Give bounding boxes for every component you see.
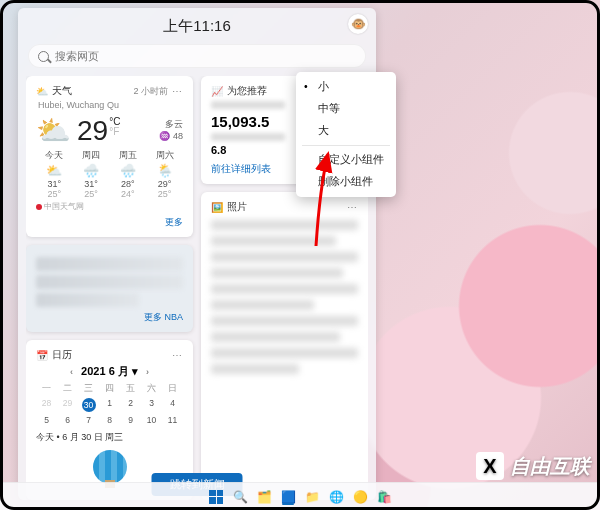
weather-widget[interactable]: ⛅ 天气 2 小时前 ⋯ Hubei, Wuchang Qu ⛅ 29 °C°F…: [26, 76, 193, 237]
chrome-icon[interactable]: 🟡: [351, 488, 369, 506]
search-icon: [38, 51, 49, 62]
search-input[interactable]: 搜索网页: [28, 44, 366, 68]
weather-more-link[interactable]: 更多: [36, 216, 183, 229]
calendar-today-line: 今天 • 6 月 30 日 周三: [36, 431, 183, 444]
prev-month-button[interactable]: ‹: [70, 367, 73, 377]
weather-forecast: 今天⛅31°25°周四🌧️31°25°周五🌧️28°24°周六🌦️29°25°: [36, 149, 183, 199]
context-customize[interactable]: 自定义小组件: [296, 149, 396, 171]
weather-provider: 中国天气网: [36, 201, 183, 212]
finance-title: 为您推荐: [227, 84, 267, 98]
user-avatar[interactable]: 🐵: [348, 14, 368, 34]
start-button[interactable]: [207, 488, 225, 506]
task-view-icon[interactable]: 🗂️: [255, 488, 273, 506]
calendar-more-icon[interactable]: ⋯: [172, 350, 183, 361]
context-size-option[interactable]: 中等: [296, 98, 396, 120]
forecast-day: 周五🌧️28°24°: [110, 149, 147, 199]
photos-icon: 🖼️: [211, 202, 223, 213]
sports-widget[interactable]: 更多 NBA: [26, 245, 193, 332]
forecast-day: 周六🌦️29°25°: [146, 149, 183, 199]
finance-icon: 📈: [211, 86, 223, 97]
edge-icon[interactable]: 🌐: [327, 488, 345, 506]
weather-more-icon[interactable]: ⋯: [172, 86, 183, 97]
weather-location: Hubei, Wuchang Qu: [38, 100, 183, 110]
widget-context-menu: 小中等大 自定义小组件 删除小组件: [296, 72, 396, 197]
weather-title: 天气: [52, 84, 72, 98]
taskbar-search-icon[interactable]: 🔍: [231, 488, 249, 506]
context-size-option[interactable]: 小: [296, 76, 396, 98]
taskbar: 🔍 🗂️ 🟦 📁 🌐 🟡 🛍️: [0, 482, 600, 510]
next-month-button[interactable]: ›: [146, 367, 149, 377]
calendar-icon: 📅: [36, 350, 48, 361]
context-remove-widget[interactable]: 删除小组件: [296, 171, 396, 193]
forecast-day: 周四🌧️31°25°: [73, 149, 110, 199]
widgets-taskbar-icon[interactable]: 🟦: [279, 488, 297, 506]
weather-condition-icon: ⛅: [36, 114, 71, 147]
photos-title: 照片: [227, 200, 247, 214]
sports-more-link[interactable]: 更多 NBA: [36, 311, 183, 324]
weather-updated: 2 小时前: [133, 85, 168, 98]
calendar-title: 日历: [52, 348, 72, 362]
photos-widget[interactable]: 🖼️ 照片 ⋯: [201, 192, 368, 500]
file-explorer-icon[interactable]: 📁: [303, 488, 321, 506]
store-icon[interactable]: 🛍️: [375, 488, 393, 506]
context-size-option[interactable]: 大: [296, 120, 396, 142]
calendar-month[interactable]: 2021 6 月 ▾: [81, 364, 138, 379]
search-placeholder: 搜索网页: [55, 49, 99, 64]
calendar-grid[interactable]: 一二三四五六日2829301234567891011: [36, 383, 183, 425]
photos-more-icon[interactable]: ⋯: [347, 202, 358, 213]
weather-condition: 多云 ♒ 48: [159, 119, 183, 142]
weather-temp: 29 °C°F: [77, 115, 120, 147]
panel-clock: 上午11:16: [163, 17, 231, 36]
forecast-day: 今天⛅31°25°: [36, 149, 73, 199]
weather-icon: ⛅: [36, 86, 48, 97]
